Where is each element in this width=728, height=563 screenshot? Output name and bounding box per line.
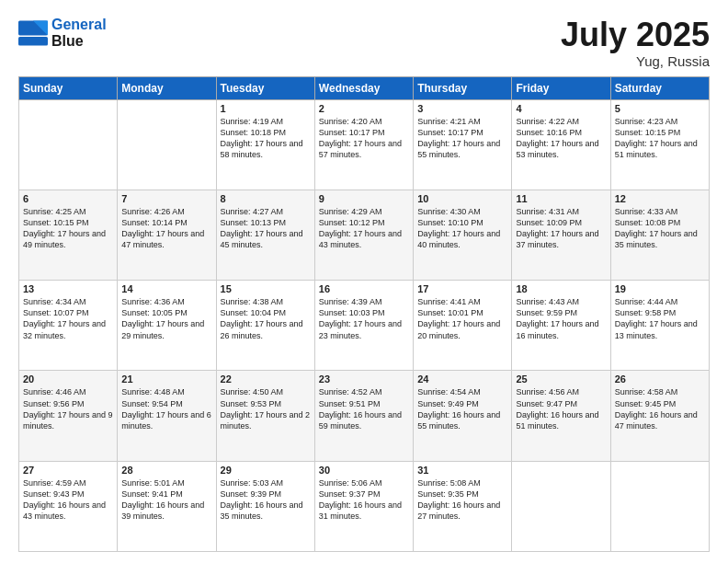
col-thursday: Thursday [414, 76, 512, 99]
calendar-cell: 15Sunrise: 4:38 AM Sunset: 10:04 PM Dayl… [216, 281, 314, 371]
col-saturday: Saturday [610, 76, 709, 99]
day-number: 28 [121, 465, 211, 476]
calendar-cell [118, 99, 216, 190]
calendar-cell: 7Sunrise: 4:26 AM Sunset: 10:14 PM Dayli… [118, 190, 216, 280]
day-number: 19 [615, 283, 705, 294]
day-number: 8 [221, 193, 311, 204]
calendar-cell: 23Sunrise: 4:52 AM Sunset: 9:51 PM Dayli… [314, 371, 413, 461]
cell-text: Sunrise: 5:08 AM Sunset: 9:35 PM Dayligh… [417, 477, 507, 523]
day-number: 5 [615, 103, 705, 114]
calendar-cell: 16Sunrise: 4:39 AM Sunset: 10:03 PM Dayl… [314, 281, 413, 371]
page: General Blue July 2025 Yug, Russia Sunda… [0, 0, 728, 563]
cell-text: Sunrise: 4:19 AM Sunset: 10:18 PM Daylig… [221, 116, 311, 161]
day-number: 7 [121, 193, 211, 204]
day-number: 15 [221, 283, 311, 294]
cell-text: Sunrise: 4:26 AM Sunset: 10:14 PM Daylig… [121, 206, 211, 251]
calendar-cell: 14Sunrise: 4:36 AM Sunset: 10:05 PM Dayl… [118, 281, 216, 371]
day-number: 18 [516, 283, 606, 294]
day-number: 11 [516, 193, 606, 204]
day-number: 20 [23, 373, 113, 385]
cell-text: Sunrise: 4:50 AM Sunset: 9:53 PM Dayligh… [221, 386, 311, 431]
cell-text: Sunrise: 4:27 AM Sunset: 10:13 PM Daylig… [221, 206, 311, 251]
cell-text: Sunrise: 4:25 AM Sunset: 10:15 PM Daylig… [23, 206, 113, 251]
calendar-week-row-4: 20Sunrise: 4:46 AM Sunset: 9:56 PM Dayli… [19, 371, 710, 461]
calendar-cell [610, 461, 709, 551]
day-number: 12 [615, 193, 705, 204]
cell-text: Sunrise: 4:59 AM Sunset: 9:43 PM Dayligh… [23, 477, 113, 523]
header: General Blue July 2025 Yug, Russia [18, 17, 710, 69]
cell-text: Sunrise: 4:46 AM Sunset: 9:56 PM Dayligh… [23, 386, 113, 431]
cell-text: Sunrise: 4:33 AM Sunset: 10:08 PM Daylig… [615, 206, 705, 251]
calendar-cell: 17Sunrise: 4:41 AM Sunset: 10:01 PM Dayl… [414, 281, 512, 371]
month-title: July 2025 [561, 17, 710, 53]
calendar-cell: 27Sunrise: 4:59 AM Sunset: 9:43 PM Dayli… [19, 461, 118, 551]
day-number: 1 [221, 103, 311, 114]
logo: General Blue [18, 17, 107, 49]
calendar-cell: 8Sunrise: 4:27 AM Sunset: 10:13 PM Dayli… [216, 190, 314, 280]
cell-text: Sunrise: 4:31 AM Sunset: 10:09 PM Daylig… [516, 206, 606, 251]
cell-text: Sunrise: 4:58 AM Sunset: 9:45 PM Dayligh… [615, 386, 705, 431]
day-number: 31 [417, 465, 507, 476]
calendar-cell: 1Sunrise: 4:19 AM Sunset: 10:18 PM Dayli… [216, 99, 314, 190]
day-number: 6 [23, 193, 113, 204]
calendar-cell: 29Sunrise: 5:03 AM Sunset: 9:39 PM Dayli… [216, 461, 314, 551]
day-number: 26 [615, 373, 705, 385]
cell-text: Sunrise: 5:03 AM Sunset: 9:39 PM Dayligh… [221, 477, 311, 523]
day-number: 17 [417, 283, 507, 294]
calendar-cell: 9Sunrise: 4:29 AM Sunset: 10:12 PM Dayli… [314, 190, 413, 280]
calendar-cell: 11Sunrise: 4:31 AM Sunset: 10:09 PM Dayl… [512, 190, 610, 280]
calendar-cell: 30Sunrise: 5:06 AM Sunset: 9:37 PM Dayli… [314, 461, 413, 551]
day-number: 10 [417, 193, 507, 204]
cell-text: Sunrise: 4:30 AM Sunset: 10:10 PM Daylig… [417, 206, 507, 251]
cell-text: Sunrise: 4:21 AM Sunset: 10:17 PM Daylig… [417, 116, 507, 161]
calendar-cell: 2Sunrise: 4:20 AM Sunset: 10:17 PM Dayli… [314, 99, 413, 190]
day-number: 4 [516, 103, 606, 114]
col-tuesday: Tuesday [216, 76, 314, 99]
svg-rect-2 [18, 37, 48, 46]
calendar-cell: 24Sunrise: 4:54 AM Sunset: 9:49 PM Dayli… [414, 371, 512, 461]
day-number: 16 [319, 283, 409, 294]
calendar-cell: 26Sunrise: 4:58 AM Sunset: 9:45 PM Dayli… [610, 371, 709, 461]
cell-text: Sunrise: 4:38 AM Sunset: 10:04 PM Daylig… [221, 296, 311, 341]
calendar-cell: 22Sunrise: 4:50 AM Sunset: 9:53 PM Dayli… [216, 371, 314, 461]
cell-text: Sunrise: 4:48 AM Sunset: 9:54 PM Dayligh… [121, 386, 211, 431]
location: Yug, Russia [561, 53, 710, 69]
cell-text: Sunrise: 4:44 AM Sunset: 9:58 PM Dayligh… [615, 296, 705, 341]
calendar-cell: 13Sunrise: 4:34 AM Sunset: 10:07 PM Dayl… [19, 281, 118, 371]
calendar-cell: 25Sunrise: 4:56 AM Sunset: 9:47 PM Dayli… [512, 371, 610, 461]
cell-text: Sunrise: 4:39 AM Sunset: 10:03 PM Daylig… [319, 296, 409, 341]
day-number: 25 [516, 373, 606, 385]
day-number: 30 [319, 465, 409, 476]
calendar-cell: 4Sunrise: 4:22 AM Sunset: 10:16 PM Dayli… [512, 99, 610, 190]
logo-icon [18, 20, 48, 46]
day-number: 21 [121, 373, 211, 385]
col-wednesday: Wednesday [314, 76, 413, 99]
calendar-cell: 3Sunrise: 4:21 AM Sunset: 10:17 PM Dayli… [414, 99, 512, 190]
col-friday: Friday [512, 76, 610, 99]
title-block: July 2025 Yug, Russia [561, 17, 710, 69]
calendar-cell: 12Sunrise: 4:33 AM Sunset: 10:08 PM Dayl… [610, 190, 709, 280]
day-number: 13 [23, 283, 113, 294]
day-number: 23 [319, 373, 409, 385]
cell-text: Sunrise: 4:52 AM Sunset: 9:51 PM Dayligh… [319, 386, 409, 431]
day-number: 14 [121, 283, 211, 294]
day-number: 9 [319, 193, 409, 204]
calendar-cell: 31Sunrise: 5:08 AM Sunset: 9:35 PM Dayli… [414, 461, 512, 551]
logo-text: General Blue [51, 17, 107, 49]
cell-text: Sunrise: 4:54 AM Sunset: 9:49 PM Dayligh… [417, 386, 507, 431]
cell-text: Sunrise: 4:56 AM Sunset: 9:47 PM Dayligh… [516, 386, 606, 431]
calendar-cell: 6Sunrise: 4:25 AM Sunset: 10:15 PM Dayli… [19, 190, 118, 280]
calendar-week-row-2: 6Sunrise: 4:25 AM Sunset: 10:15 PM Dayli… [19, 190, 710, 280]
cell-text: Sunrise: 4:20 AM Sunset: 10:17 PM Daylig… [319, 116, 409, 161]
day-number: 29 [221, 465, 311, 476]
cell-text: Sunrise: 4:43 AM Sunset: 9:59 PM Dayligh… [516, 296, 606, 341]
calendar-cell: 21Sunrise: 4:48 AM Sunset: 9:54 PM Dayli… [118, 371, 216, 461]
calendar-week-row-1: 1Sunrise: 4:19 AM Sunset: 10:18 PM Dayli… [19, 99, 710, 190]
col-sunday: Sunday [19, 76, 118, 99]
calendar-week-row-5: 27Sunrise: 4:59 AM Sunset: 9:43 PM Dayli… [19, 461, 710, 551]
day-number: 3 [417, 103, 507, 114]
calendar-header-row: Sunday Monday Tuesday Wednesday Thursday… [19, 76, 710, 99]
calendar-table: Sunday Monday Tuesday Wednesday Thursday… [18, 76, 710, 552]
day-number: 24 [417, 373, 507, 385]
day-number: 2 [319, 103, 409, 114]
